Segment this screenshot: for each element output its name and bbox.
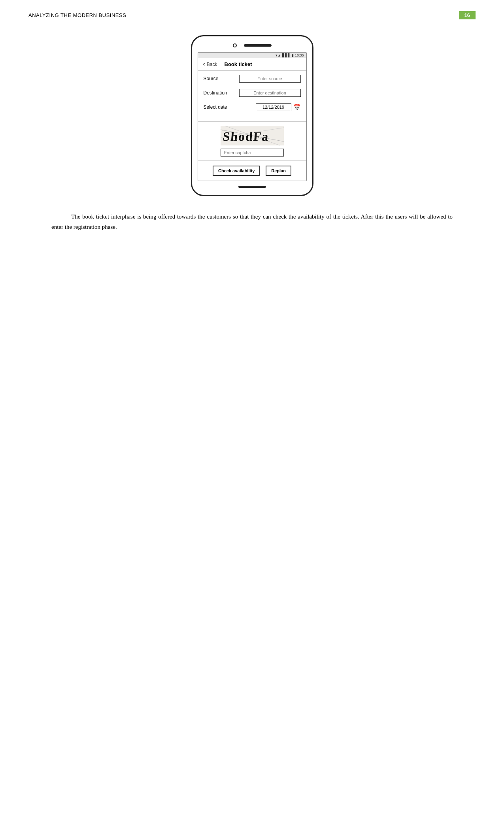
form-area: Source Destination Select date 12/12/201… bbox=[198, 71, 306, 122]
destination-input[interactable] bbox=[239, 89, 301, 97]
signal-icon: ▋▋▋ bbox=[282, 53, 291, 57]
wifi-icon: ▾▲ bbox=[276, 53, 281, 57]
date-label: Select date bbox=[204, 104, 227, 110]
replan-button[interactable]: Replan bbox=[266, 166, 291, 176]
captcha-input[interactable] bbox=[221, 149, 284, 157]
phone-bottom bbox=[198, 186, 307, 188]
check-availability-button[interactable]: Check availability bbox=[213, 166, 260, 176]
battery-icon: ▮ bbox=[292, 53, 294, 57]
home-bar bbox=[238, 186, 266, 188]
phone-top bbox=[198, 43, 307, 47]
body-text-area: The book ticket interphase is being offe… bbox=[51, 212, 453, 232]
destination-label: Destination bbox=[204, 90, 227, 96]
phone-screen: ▾▲ ▋▋▋ ▮ 10:35 < Back Book ticket Source bbox=[198, 52, 307, 181]
calendar-icon[interactable]: 📅 bbox=[293, 104, 301, 111]
status-time: 10:35 bbox=[295, 53, 304, 57]
source-label: Source bbox=[204, 76, 219, 81]
buttons-area: Check availability Replan bbox=[198, 161, 306, 181]
phone-speaker bbox=[244, 44, 272, 47]
body-paragraph-1: The book ticket interphase is being offe… bbox=[51, 212, 453, 232]
destination-row: Destination bbox=[204, 89, 301, 97]
captcha-image: ShodFa ˜˜ bbox=[221, 126, 284, 145]
page-title: ANALYZING THE MODERN BUSINESS bbox=[28, 12, 126, 18]
date-picker-group: 12/12/2019 📅 bbox=[256, 103, 301, 111]
date-row: Select date 12/12/2019 📅 bbox=[204, 103, 301, 111]
source-input[interactable] bbox=[239, 75, 301, 83]
phone-container: ▾▲ ▋▋▋ ▮ 10:35 < Back Book ticket Source bbox=[0, 35, 504, 196]
page-header: ANALYZING THE MODERN BUSINESS 16 bbox=[0, 0, 504, 19]
phone-mockup: ▾▲ ▋▋▋ ▮ 10:35 < Back Book ticket Source bbox=[191, 35, 313, 196]
captcha-svg: ShodFa ˜˜ bbox=[221, 126, 284, 145]
svg-text:ShodFa: ShodFa bbox=[222, 129, 270, 143]
back-button[interactable]: < Back bbox=[203, 62, 217, 67]
page-number: 16 bbox=[459, 11, 476, 19]
status-bar: ▾▲ ▋▋▋ ▮ 10:35 bbox=[198, 53, 306, 58]
captcha-area: ShodFa ˜˜ bbox=[198, 122, 306, 161]
date-value[interactable]: 12/12/2019 bbox=[256, 103, 291, 111]
phone-camera bbox=[233, 43, 237, 47]
screen-title: Book ticket bbox=[225, 61, 252, 67]
source-row: Source bbox=[204, 75, 301, 83]
nav-bar: < Back Book ticket bbox=[198, 58, 306, 71]
